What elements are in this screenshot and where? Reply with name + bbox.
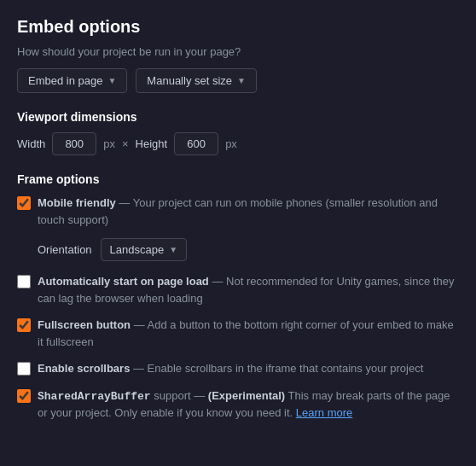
enable-scrollbars-label[interactable]: Enable scrollbars — Enable scrollbars in… <box>38 360 423 377</box>
embed-mode-dropdown[interactable]: Embed in page ▼ <box>17 68 127 93</box>
height-label: Height <box>136 137 168 150</box>
times-separator: × <box>122 137 129 150</box>
chevron-down-icon: ▼ <box>107 76 116 85</box>
embed-options-panel: Embed options How should your project be… <box>14 14 462 435</box>
fullscreen-button-strong: Fullscreen button <box>38 318 131 331</box>
viewport-dimensions-row: Width px × Height px <box>17 132 459 155</box>
width-input[interactable] <box>52 132 96 155</box>
shared-array-buffer-checkbox[interactable] <box>17 389 31 403</box>
height-px-label: px <box>225 137 237 150</box>
enable-scrollbars-desc: — Enable scrollbars in the iframe that c… <box>130 362 423 375</box>
scrollbars-row: Enable scrollbars — Enable scrollbars in… <box>17 360 459 377</box>
width-px-label: px <box>103 137 115 150</box>
fullscreen-button-label[interactable]: Fullscreen button — Add a button to the … <box>38 317 459 350</box>
auto-start-checkbox[interactable] <box>17 275 31 288</box>
shared-array-buffer-label[interactable]: SharedArrayBuffer support — (Experimenta… <box>38 387 459 422</box>
frame-options-title: Frame options <box>17 172 459 186</box>
mobile-friendly-label[interactable]: Mobile friendly — Your project can run o… <box>38 195 459 228</box>
auto-start-row: Automatically start on page load — Not r… <box>17 273 459 306</box>
width-label: Width <box>17 137 45 150</box>
mode-dropdowns-row: Embed in page ▼ Manually set size ▼ <box>17 68 459 93</box>
orientation-dropdown[interactable]: Landscape ▼ <box>101 238 188 261</box>
size-mode-dropdown[interactable]: Manually set size ▼ <box>136 68 257 93</box>
orientation-label: Orientation <box>38 243 92 256</box>
shared-array-buffer-desc1: support — <box>151 389 208 402</box>
frame-options-section: Frame options Mobile friendly — Your pro… <box>17 172 459 422</box>
chevron-down-icon: ▼ <box>169 245 177 254</box>
mobile-friendly-strong: Mobile friendly <box>38 196 116 209</box>
panel-title: Embed options <box>17 17 459 37</box>
height-input[interactable] <box>174 132 218 155</box>
mobile-friendly-row: Mobile friendly — Your project can run o… <box>17 195 459 228</box>
viewport-section-title: Viewport dimensions <box>17 110 459 124</box>
experimental-label: (Experimental) <box>208 389 285 402</box>
shared-array-buffer-strong: SharedArrayBuffer <box>38 390 151 403</box>
size-mode-label: Manually set size <box>147 74 232 87</box>
orientation-row: Orientation Landscape ▼ <box>38 238 459 261</box>
learn-more-link[interactable]: Learn more <box>296 406 352 419</box>
enable-scrollbars-strong: Enable scrollbars <box>38 362 130 375</box>
fullscreen-button-checkbox[interactable] <box>17 318 31 332</box>
embed-mode-label: Embed in page <box>28 74 102 87</box>
auto-start-label[interactable]: Automatically start on page load — Not r… <box>38 273 459 306</box>
auto-start-strong: Automatically start on page load <box>38 275 209 288</box>
enable-scrollbars-checkbox[interactable] <box>17 362 31 376</box>
mobile-friendly-checkbox[interactable] <box>17 196 31 210</box>
orientation-value: Landscape <box>110 243 165 256</box>
panel-subtitle: How should your project be run in your p… <box>17 45 459 58</box>
shared-array-buffer-row: SharedArrayBuffer support — (Experimenta… <box>17 387 459 422</box>
fullscreen-button-row: Fullscreen button — Add a button to the … <box>17 317 459 350</box>
chevron-down-icon: ▼ <box>237 76 246 85</box>
